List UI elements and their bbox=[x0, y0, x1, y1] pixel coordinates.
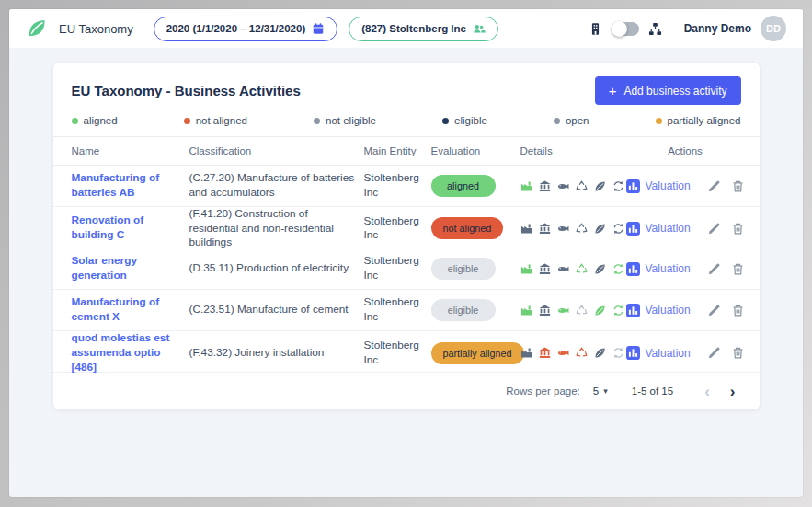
legend-item-aligned: aligned bbox=[72, 115, 118, 126]
legend-item-open: open bbox=[554, 115, 589, 126]
col-header-details: Details bbox=[520, 145, 626, 156]
top-bar: EU Taxonomy 2020 (1/1/2020 – 12/31/2020)… bbox=[9, 9, 803, 48]
business-activities-card: EU Taxonomy - Business Activities + Add … bbox=[53, 63, 760, 409]
fish-icon bbox=[557, 347, 569, 359]
factory-icon bbox=[520, 180, 532, 192]
valuation-label: Valuation bbox=[646, 222, 691, 235]
main-entity-cell: Stoltenberg Inc bbox=[364, 171, 431, 200]
sync-icon bbox=[612, 180, 624, 192]
pagination-range: 1-5 of 15 bbox=[632, 386, 673, 397]
edit-icon[interactable] bbox=[707, 262, 721, 276]
legend-dot bbox=[442, 118, 449, 124]
edit-icon[interactable] bbox=[707, 304, 721, 317]
activity-name-link[interactable]: Manufacturing of batteries AB bbox=[72, 171, 180, 201]
evaluation-badge: aligned bbox=[431, 175, 496, 197]
classification-cell: (D.35.11) Production of electricity bbox=[189, 261, 364, 276]
fish-icon bbox=[557, 180, 569, 192]
legend-item-partially-aligned: partially aligned bbox=[656, 115, 741, 126]
period-label: 2020 (1/1/2020 – 12/31/2020) bbox=[166, 23, 306, 34]
valuation-label: Valuation bbox=[646, 304, 691, 317]
valuation-link[interactable]: Valuation bbox=[626, 222, 691, 236]
view-mode-toggle[interactable] bbox=[612, 22, 639, 36]
col-header-name: Name bbox=[72, 145, 189, 156]
table-row: Manufacturing of batteries AB (C.27.20) … bbox=[53, 166, 760, 207]
valuation-chart-icon bbox=[626, 304, 640, 317]
edit-icon[interactable] bbox=[707, 346, 721, 360]
fish-icon bbox=[557, 223, 569, 235]
factory-icon bbox=[520, 347, 532, 359]
recycle-icon bbox=[576, 180, 588, 192]
rows-per-page-value: 5 bbox=[593, 386, 599, 397]
activity-name-link[interactable]: Manufacturing of cement X bbox=[72, 295, 180, 325]
evaluation-badge: eligible bbox=[431, 299, 496, 321]
delete-icon[interactable] bbox=[731, 346, 745, 360]
evaluation-badge: not aligned bbox=[431, 217, 504, 239]
sync-icon bbox=[612, 305, 624, 317]
details-cell bbox=[520, 347, 626, 359]
table-row: quod molestias est assumenda optio [486]… bbox=[53, 331, 760, 373]
legend-item-not-aligned: not aligned bbox=[184, 115, 247, 126]
main-entity-cell: Stoltenberg Inc bbox=[364, 339, 431, 367]
classification-cell: (C.27.20) Manufacture of batteries and a… bbox=[189, 171, 364, 200]
valuation-link[interactable]: Valuation bbox=[626, 179, 691, 193]
legend-dot bbox=[72, 118, 78, 124]
delete-icon[interactable] bbox=[731, 179, 745, 193]
next-page-button[interactable]: › bbox=[726, 384, 739, 399]
company-selector-pill[interactable]: (827) Stoltenberg Inc bbox=[349, 17, 498, 41]
bank-icon bbox=[539, 305, 551, 317]
building-icon bbox=[589, 22, 602, 36]
avatar[interactable]: DD bbox=[761, 16, 786, 41]
valuation-chart-icon bbox=[626, 222, 640, 236]
col-header-evaluation: Evaluation bbox=[431, 145, 520, 156]
col-header-classification: Classification bbox=[189, 145, 364, 156]
valuation-link[interactable]: Valuation bbox=[626, 346, 691, 360]
valuation-chart-icon bbox=[626, 346, 640, 360]
delete-icon[interactable] bbox=[731, 262, 745, 276]
main-entity-cell: Stoltenberg Inc bbox=[364, 295, 431, 324]
app-title: EU Taxonomy bbox=[59, 22, 133, 36]
valuation-chart-icon bbox=[626, 179, 640, 193]
rows-per-page-select[interactable]: 5 ▾ bbox=[593, 386, 608, 397]
add-business-activity-button[interactable]: + Add business activity bbox=[595, 76, 741, 105]
toggle-knob bbox=[612, 21, 627, 37]
activity-name-link[interactable]: Solar energy generation bbox=[72, 254, 180, 283]
edit-icon[interactable] bbox=[707, 222, 721, 236]
previous-page-button[interactable]: ‹ bbox=[701, 384, 714, 399]
table-row: Manufacturing of cement X (C.23.51) Manu… bbox=[53, 290, 760, 331]
activity-name-link[interactable]: quod molestias est assumenda optio [486] bbox=[72, 331, 180, 375]
delete-icon[interactable] bbox=[731, 222, 745, 236]
leaf-logo-icon bbox=[26, 17, 48, 40]
details-cell bbox=[520, 223, 626, 235]
valuation-label: Valuation bbox=[646, 179, 691, 192]
factory-icon bbox=[520, 263, 532, 275]
details-cell bbox=[520, 180, 626, 192]
sync-icon bbox=[612, 223, 624, 235]
edit-icon[interactable] bbox=[707, 179, 721, 193]
fish-icon bbox=[557, 305, 569, 317]
legend-dot bbox=[184, 118, 190, 124]
details-cell bbox=[520, 263, 626, 275]
main-entity-cell: Stoltenberg Inc bbox=[364, 214, 431, 243]
leaf-icon bbox=[594, 180, 606, 192]
delete-icon[interactable] bbox=[731, 304, 745, 317]
valuation-link[interactable]: Valuation bbox=[626, 304, 691, 317]
legend-label: open bbox=[566, 115, 589, 126]
recycle-icon bbox=[576, 263, 588, 275]
add-button-label: Add business activity bbox=[623, 85, 726, 98]
legend-item-eligible: eligible bbox=[442, 115, 487, 126]
evaluation-badge: eligible bbox=[431, 258, 496, 280]
recycle-icon bbox=[576, 223, 588, 235]
status-legend: aligned not aligned not eligible eligibl… bbox=[53, 112, 760, 136]
sync-icon bbox=[612, 347, 624, 359]
legend-dot bbox=[554, 118, 560, 124]
plus-icon: + bbox=[609, 84, 617, 98]
classification-cell: (F.41.20) Construction of residential an… bbox=[189, 207, 364, 250]
valuation-link[interactable]: Valuation bbox=[626, 262, 691, 276]
activity-name-link[interactable]: Renovation of building C bbox=[72, 213, 180, 243]
leaf-icon bbox=[594, 263, 606, 275]
valuation-label: Valuation bbox=[646, 262, 691, 275]
factory-icon bbox=[520, 223, 532, 235]
period-selector-pill[interactable]: 2020 (1/1/2020 – 12/31/2020) bbox=[154, 17, 338, 41]
legend-dot bbox=[314, 118, 320, 124]
rows-per-page-label: Rows per page: bbox=[506, 386, 580, 397]
